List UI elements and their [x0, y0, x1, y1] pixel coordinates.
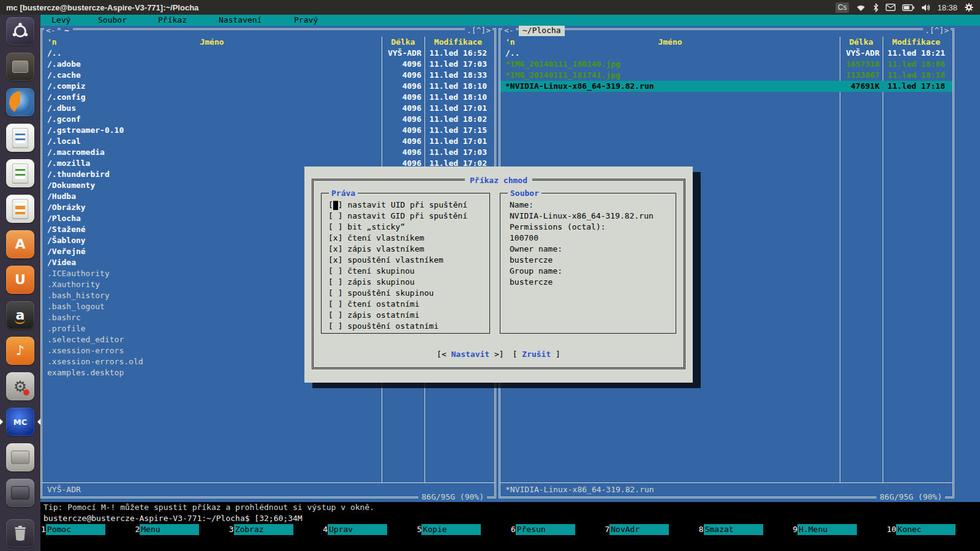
launcher-files[interactable] — [6, 53, 34, 81]
menu-item-command[interactable]: Příkaz — [158, 15, 187, 26]
file-row[interactable]: /..VYŠ-ADR11.led 18:21 — [500, 48, 952, 59]
file-name: /.gstreamer-0.10 — [42, 125, 382, 136]
fkey-5[interactable]: 5Kopie — [417, 524, 510, 535]
panel-history-back[interactable]: <- — [502, 25, 516, 36]
fkey-6[interactable]: 6Přesun — [510, 524, 604, 535]
fkey-1[interactable]: 1Pomoc — [40, 524, 134, 535]
fkey-2[interactable]: 2Menu — [134, 524, 228, 535]
clock[interactable]: 18:38 — [937, 3, 957, 12]
volume-icon[interactable] — [921, 4, 930, 12]
chmod-checkbox[interactable]: [ ] čtení skupinou — [328, 266, 486, 277]
chmod-checkbox[interactable]: [ ] zápis skupinou — [328, 277, 486, 288]
launcher-libreoffice-impress[interactable] — [6, 195, 34, 223]
launcher-trash[interactable] — [6, 519, 34, 547]
column-header-date[interactable]: Modifikace — [424, 37, 492, 48]
file-date: 11.led 17:18 — [883, 81, 950, 92]
chmod-checkbox[interactable]: [ ] spouštění ostatními — [328, 321, 486, 332]
zrusit-button[interactable]: [ Zrušit ] — [513, 350, 560, 359]
nastavit-button[interactable]: [< Nastavit >] — [437, 350, 504, 359]
wifi-icon[interactable] — [856, 4, 866, 12]
launcher-libreoffice-calc[interactable] — [6, 159, 34, 187]
mail-icon[interactable] — [886, 4, 895, 11]
file-row[interactable]: *IMG_20140111_180140.jpg165731011.led 18… — [500, 59, 952, 70]
chmod-checkbox[interactable]: [ ] zápis ostatními — [328, 310, 486, 321]
fkey-10[interactable]: 10Konec — [886, 524, 980, 535]
column-header-size[interactable]: Délka — [840, 37, 883, 48]
menu-item-left[interactable]: Levý — [51, 15, 70, 26]
file-date: 11.led 18:18 — [883, 70, 950, 81]
file-size: 4096 — [382, 70, 424, 81]
fkey-4[interactable]: 4Uprav — [322, 524, 416, 535]
panel-path[interactable]: ~/Plocha — [519, 25, 565, 36]
launcher-ubuntu-one[interactable]: U — [6, 266, 34, 294]
file-row[interactable]: /.macromedia409611.led 17:03 — [42, 147, 494, 158]
fkey-number: 4 — [322, 524, 328, 535]
panel-corner-buttons[interactable]: .[^]> — [923, 25, 951, 36]
file-row[interactable]: *IMG_20140111_181741.jpg113386711.led 18… — [500, 70, 952, 81]
dialog-buttons: [< Nastavit >][ Zrušit ] — [312, 350, 685, 359]
fkey-9[interactable]: 9H.Menu — [792, 524, 886, 535]
unity-launcher: AUa♪⚙MC — [0, 15, 40, 551]
fkey-number: 7 — [604, 524, 609, 535]
chmod-checkbox[interactable]: [x] spouštění vlastníkem — [328, 255, 486, 266]
launcher-software-center[interactable]: A — [6, 230, 34, 258]
launcher-music[interactable]: ♪ — [6, 337, 34, 365]
file-row[interactable]: /.config409611.led 18:10 — [42, 92, 494, 103]
panel-history-back[interactable]: <- — [44, 25, 58, 36]
file-row[interactable]: /.adobe409611.led 17:03 — [42, 59, 494, 70]
file-row[interactable]: /.cache409611.led 18:33 — [42, 70, 494, 81]
file-row[interactable]: /..VYŠ-ADR11.led 16:52 — [42, 48, 494, 59]
file-name: *IMG_20140111_180140.jpg — [500, 59, 840, 70]
column-header-date[interactable]: Modifikace — [883, 37, 950, 48]
chmod-checkbox[interactable]: [ ] čtení ostatními — [328, 299, 486, 310]
file-row[interactable]: /.gconf409611.led 18:02 — [42, 114, 494, 125]
column-header-name[interactable]: Jméno — [500, 37, 840, 48]
file-name: /.dbus — [42, 103, 382, 114]
fkey-7[interactable]: 7NovAdr — [604, 524, 698, 535]
file-size: 4096 — [382, 59, 424, 70]
hint-line: Tip: Pomocí M-! můžete spustit příkaz a … — [40, 502, 980, 513]
panel-path[interactable]: ~ — [61, 25, 73, 36]
fkey-label: Zobraz — [234, 524, 293, 535]
chmod-checkbox[interactable]: [ ] bit „sticky“ — [328, 222, 486, 233]
panel-corner-buttons[interactable]: .[^]> — [465, 25, 492, 36]
command-line[interactable]: bustercze@bustercze-Aspire-V3-771:~/Ploc… — [40, 513, 980, 524]
session-gear-icon[interactable] — [964, 2, 974, 12]
file-date: 11.led 16:52 — [424, 48, 492, 59]
file-row[interactable]: /.local409611.led 17:01 — [42, 136, 494, 147]
file-row[interactable]: /.gstreamer-0.10409611.led 17:15 — [42, 125, 494, 136]
battery-icon[interactable] — [902, 4, 914, 11]
fkey-label: Pomoc — [46, 524, 105, 535]
fkey-label: NovAdr — [609, 524, 669, 535]
launcher-amazon[interactable]: a — [6, 301, 34, 329]
file-row[interactable]: /.dbus409611.led 17:01 — [42, 103, 494, 114]
button-label: Nastavit — [451, 350, 490, 359]
launcher-libreoffice-writer[interactable] — [6, 124, 34, 152]
file-row[interactable]: /.compiz409611.led 18:10 — [42, 81, 494, 92]
launcher-midnight-commander[interactable]: MC — [6, 408, 34, 436]
fkey-3[interactable]: 3Zobraz — [228, 524, 322, 535]
bluetooth-icon[interactable] — [873, 3, 879, 12]
keyboard-layout-indicator[interactable]: Cs — [835, 2, 850, 13]
fkey-8[interactable]: 8Smazat — [698, 524, 792, 535]
chmod-checkbox[interactable]: [ ] spouštění skupinou — [328, 288, 486, 299]
dialog-title: Příkaz chmod — [465, 175, 532, 186]
launcher-system-settings[interactable]: ⚙ — [6, 372, 34, 400]
chmod-file-info: Name:NVIDIA-Linux-x86_64-319.82.runPermi… — [510, 200, 672, 331]
fkey-label: Uprav — [328, 524, 387, 535]
chmod-checkbox[interactable]: [x] zápis vlastníkem — [328, 244, 486, 255]
launcher-dash[interactable] — [6, 17, 34, 45]
launcher-disks[interactable] — [6, 443, 34, 471]
menu-item-options[interactable]: Nastavení — [219, 15, 262, 26]
file-size: 1133867 — [840, 70, 883, 81]
menu-item-right[interactable]: Pravý — [294, 15, 318, 26]
launcher-firefox[interactable] — [6, 88, 34, 116]
column-header-name[interactable]: Jméno — [42, 37, 382, 48]
column-header-size[interactable]: Délka — [382, 37, 424, 48]
chmod-checkbox[interactable]: [x] čtení vlastníkem — [328, 233, 486, 244]
chmod-checkbox[interactable]: [ ] nastavit GID při spuštění — [328, 211, 486, 222]
launcher-volume[interactable] — [6, 479, 34, 507]
menu-item-file[interactable]: Soubor — [98, 15, 127, 26]
chmod-checkbox[interactable]: [ ] nastavit UID při spuštění — [328, 200, 486, 211]
file-row[interactable]: *NVIDIA-Linux-x86_64-319.82.run47691K11.… — [500, 81, 952, 92]
